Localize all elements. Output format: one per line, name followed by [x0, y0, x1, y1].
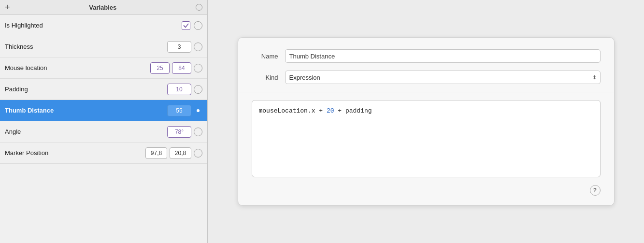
checkbox-visual	[182, 21, 190, 30]
mouse-location-x-input[interactable]	[150, 62, 170, 74]
padding-input[interactable]	[167, 84, 191, 95]
inspect-thickness-button[interactable]	[194, 43, 202, 51]
variable-label-thickness: Thickness	[5, 43, 167, 50]
inspect-angle-button[interactable]	[194, 128, 202, 136]
variable-label-mouse-location: Mouse location	[5, 64, 150, 71]
expression-text: mouseLocation.x + 20 + padding	[259, 106, 593, 116]
variable-row-is-highlighted[interactable]: Is Highlighted	[0, 15, 207, 36]
checkmark-icon	[183, 23, 189, 29]
card-footer: ?	[252, 185, 601, 196]
help-button[interactable]: ?	[590, 185, 601, 196]
variable-controls-thumb-distance	[167, 105, 202, 116]
inspect-padding-button[interactable]	[194, 85, 202, 94]
mouse-location-y-input[interactable]	[172, 62, 191, 74]
variable-controls-mouse-location	[150, 62, 202, 74]
kind-select-wrap: Expression Number String Boolean Color ⬍	[285, 71, 601, 84]
variable-controls-padding	[167, 84, 202, 95]
variables-panel: + Variables Is Highlighted Thickness Mou…	[0, 0, 208, 243]
detail-panel: Name Kind Expression Number String Boole…	[208, 0, 644, 243]
variable-controls-marker-position	[145, 147, 202, 159]
inspect-mouse-location-button[interactable]	[194, 64, 202, 72]
kind-field-row: Kind Expression Number String Boolean Co…	[252, 71, 601, 84]
variable-row-mouse-location[interactable]: Mouse location	[0, 57, 207, 79]
thickness-input[interactable]	[167, 41, 191, 53]
variable-controls-thickness	[167, 41, 202, 53]
marker-position-y-input[interactable]	[170, 147, 191, 159]
variable-row-marker-position[interactable]: Marker Position	[0, 143, 207, 164]
variable-label-padding: Padding	[5, 86, 167, 93]
name-input[interactable]	[285, 49, 601, 63]
divider	[238, 92, 614, 92]
variable-detail-card: Name Kind Expression Number String Boole…	[238, 37, 615, 206]
add-variable-button[interactable]: +	[5, 3, 10, 12]
variable-controls-is-highlighted	[181, 20, 202, 31]
variable-row-padding[interactable]: Padding	[0, 79, 207, 100]
panel-header: + Variables	[0, 0, 207, 15]
thumb-distance-input[interactable]	[167, 105, 191, 116]
angle-input[interactable]	[167, 126, 191, 138]
inspect-marker-position-button[interactable]	[194, 149, 202, 157]
inspect-is-highlighted-button[interactable]	[194, 21, 202, 30]
kind-select[interactable]: Expression Number String Boolean Color	[285, 71, 601, 84]
variable-label-angle: Angle	[5, 128, 167, 135]
inspect-thumb-distance-button[interactable]	[194, 106, 202, 115]
variable-controls-angle	[167, 126, 202, 138]
variable-row-angle[interactable]: Angle	[0, 121, 207, 143]
panel-title: Variables	[10, 4, 196, 11]
name-field-row: Name	[252, 49, 601, 63]
name-label: Name	[252, 53, 278, 60]
variable-label-thumb-distance: Thumb Distance	[5, 107, 167, 114]
variable-row-thickness[interactable]: Thickness	[0, 36, 207, 57]
kind-label: Kind	[252, 74, 278, 81]
variable-label-marker-position: Marker Position	[5, 149, 145, 157]
checkbox-is-highlighted[interactable]	[181, 20, 191, 31]
variable-row-thumb-distance[interactable]: Thumb Distance	[0, 100, 207, 121]
marker-position-x-input[interactable]	[145, 147, 167, 159]
variable-label-is-highlighted: Is Highlighted	[5, 22, 181, 29]
panel-options-button[interactable]	[196, 4, 202, 11]
expression-editor[interactable]: mouseLocation.x + 20 + padding	[252, 100, 601, 177]
